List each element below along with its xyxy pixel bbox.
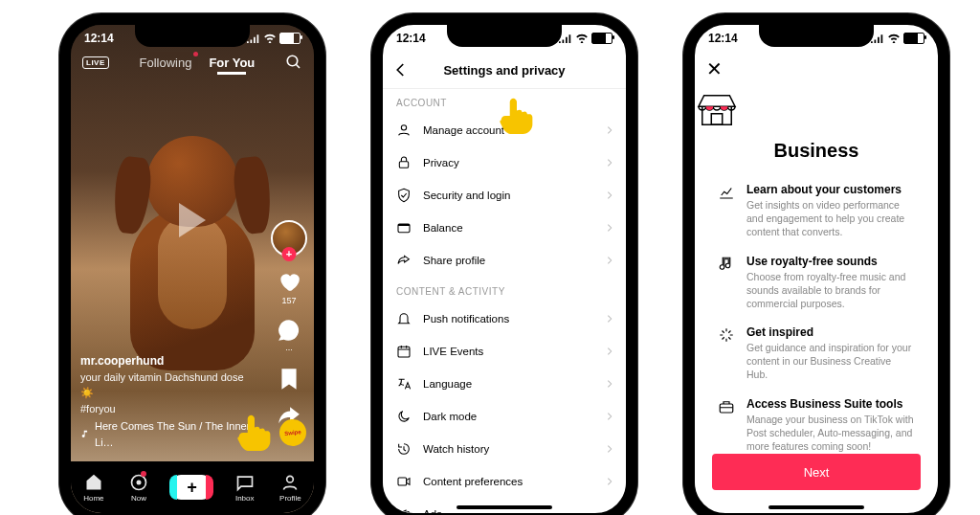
back-icon[interactable]	[392, 61, 410, 78]
calendar-icon	[396, 344, 412, 359]
chevron-right-icon	[605, 379, 614, 389]
row-language[interactable]: Language	[383, 368, 626, 400]
feature-royalty-free-sounds: Use royalty-free soundsChoose from royal…	[718, 255, 915, 311]
live-button[interactable]: LIVE	[82, 56, 109, 69]
hashtag[interactable]: #foryou	[80, 401, 256, 417]
nav-create[interactable]: +	[173, 475, 210, 500]
row-dark-mode[interactable]: Dark mode	[383, 400, 626, 433]
settings-header: Settings and privacy	[383, 52, 626, 89]
wifi-icon	[887, 34, 901, 43]
chevron-right-icon	[605, 256, 614, 265]
row-label: Content preferences	[423, 476, 523, 487]
row-content-preferences[interactable]: Content preferences	[383, 465, 626, 498]
chevron-right-icon	[605, 444, 614, 454]
video-feed[interactable]: LIVE Following For You + 157 ··· mr.coop…	[71, 25, 314, 513]
svg-rect-8	[398, 224, 410, 226]
tutorial-pointer-icon	[496, 97, 538, 139]
comment-count: ···	[285, 345, 293, 354]
play-icon[interactable]	[179, 203, 206, 237]
nav-inbox-label: Inbox	[235, 494, 255, 503]
nav-profile[interactable]: Profile	[279, 473, 301, 503]
notch	[447, 24, 562, 47]
nav-inbox[interactable]: Inbox	[235, 473, 255, 503]
feature-desc: Get guidance and inspiration for your co…	[746, 341, 915, 382]
chevron-right-icon	[605, 125, 614, 135]
like-button[interactable]: 157	[277, 269, 301, 305]
chevron-right-icon	[605, 477, 614, 486]
chevron-right-icon	[605, 509, 614, 513]
svg-point-3	[136, 480, 141, 484]
next-button[interactable]: Next	[712, 454, 921, 490]
svg-rect-10	[398, 478, 407, 485]
tab-following[interactable]: Following	[139, 56, 191, 70]
row-balance[interactable]: Balance	[383, 212, 626, 244]
feature-title: Learn about your customers	[746, 183, 915, 196]
save-button[interactable]	[277, 367, 301, 392]
tab-for-you[interactable]: For You	[209, 56, 255, 70]
nav-now[interactable]: Now	[129, 473, 148, 503]
row-privacy[interactable]: Privacy	[383, 146, 626, 179]
profile-icon	[280, 473, 300, 492]
tutorial-pointer-icon	[234, 414, 276, 456]
row-share-profile[interactable]: Share profile	[383, 244, 626, 277]
lock-icon	[396, 155, 412, 170]
row-label: Security and login	[423, 190, 510, 201]
row-watch-history[interactable]: Watch history	[383, 433, 626, 465]
comment-button[interactable]: ···	[277, 318, 301, 354]
row-push-notifications[interactable]: Push notifications	[383, 302, 626, 335]
battery-icon	[279, 33, 301, 44]
username[interactable]: mr.cooperhund	[80, 352, 256, 369]
business-title: Business	[695, 140, 938, 162]
home-indicator[interactable]	[457, 505, 552, 509]
svg-point-4	[287, 476, 294, 482]
row-label: Privacy	[423, 157, 459, 168]
row-label: Ads	[423, 508, 442, 513]
phone-business: 12:14 ✕ Business Learn about your custom…	[683, 13, 949, 515]
wifi-icon	[575, 34, 589, 43]
analytics-icon	[718, 184, 735, 201]
music-note-icon	[80, 429, 90, 439]
nav-profile-label: Profile	[279, 494, 301, 503]
nav-home-label: Home	[83, 494, 103, 503]
svg-rect-9	[398, 347, 410, 357]
battery-icon	[591, 33, 612, 44]
row-label: Push notifications	[423, 313, 509, 325]
feature-title: Get inspired	[746, 325, 915, 339]
home-indicator[interactable]	[768, 505, 864, 509]
close-button[interactable]: ✕	[706, 57, 723, 80]
svg-rect-6	[399, 162, 408, 168]
video-icon	[396, 474, 412, 489]
feature-learn-customers: Learn about your customersGet insights o…	[718, 183, 915, 239]
row-live-events[interactable]: LIVE Events	[383, 335, 626, 368]
chevron-right-icon	[605, 223, 614, 233]
nav-home[interactable]: Home	[83, 473, 103, 503]
tab-following-label: Following	[139, 56, 191, 70]
svg-rect-12	[720, 404, 733, 413]
bell-icon	[396, 311, 412, 326]
person-icon	[396, 123, 412, 138]
follow-plus-icon[interactable]: +	[282, 247, 297, 261]
home-icon	[84, 473, 103, 492]
author-avatar[interactable]: +	[271, 220, 307, 257]
battery-icon	[903, 33, 924, 44]
svg-rect-11	[711, 114, 722, 124]
status-time: 12:14	[708, 32, 738, 45]
feature-business-suite: Access Business Suite toolsManage your b…	[718, 397, 915, 454]
row-label: Manage account	[423, 124, 504, 136]
row-label: Share profile	[423, 255, 485, 266]
svg-line-1	[296, 64, 300, 68]
feature-title: Use royalty-free sounds	[746, 255, 915, 268]
chevron-right-icon	[605, 314, 614, 324]
sound-link[interactable]: Here Comes The Sun / The Inner Li…	[80, 418, 256, 450]
nav-now-label: Now	[131, 494, 146, 503]
search-icon[interactable]	[285, 54, 302, 71]
settings-title: Settings and privacy	[443, 63, 565, 78]
row-label: Language	[423, 378, 472, 390]
row-security[interactable]: Security and login	[383, 179, 626, 212]
inbox-icon	[235, 473, 255, 492]
feature-get-inspired: Get inspiredGet guidance and inspiration…	[718, 325, 915, 382]
storefront-icon	[695, 90, 739, 128]
phone-settings: 12:14 Settings and privacy Account Manag…	[371, 13, 637, 515]
chevron-right-icon	[605, 412, 614, 421]
chevron-right-icon	[605, 347, 614, 356]
